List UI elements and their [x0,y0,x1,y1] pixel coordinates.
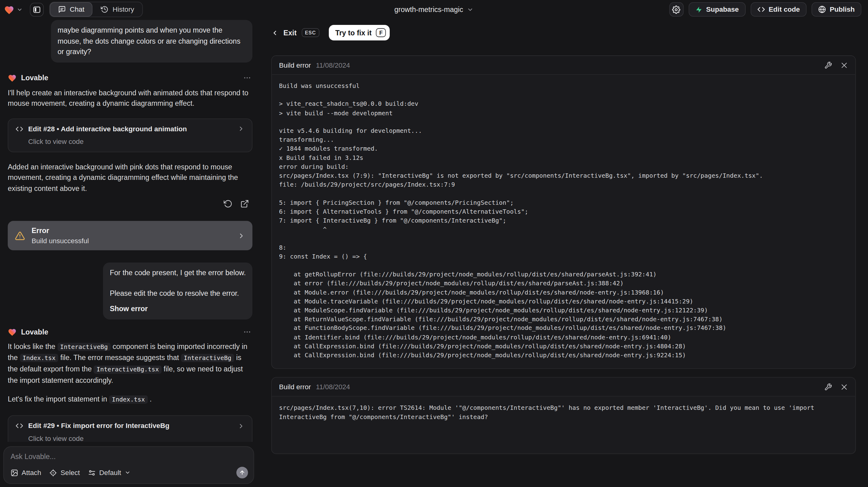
ellipsis-icon [243,73,251,82]
repair-button[interactable] [824,61,832,69]
sidebar-toggle-button[interactable] [30,2,44,16]
zap-icon [695,6,702,13]
chevron-down-icon [17,6,23,12]
chevron-down-icon [467,6,474,13]
ellipsis-icon [243,328,251,336]
edit-card[interactable]: Edit #28 • Add interactive background an… [8,118,252,152]
chat-panel: maybe diagramming points and when you mo… [0,19,257,487]
supabase-button[interactable]: Supabase [688,2,746,17]
build-error-header: Build error 11/08/2024 [272,56,855,75]
error-card-subtitle: Build unsuccessful [32,237,231,245]
tab-history-label: History [113,5,134,13]
assistant-name: Lovable [21,73,48,82]
esc-key-badge: ESC [302,28,319,37]
assistant-text: Added an interactive background with pin… [8,161,252,194]
settings-button[interactable] [669,2,684,17]
user-message: For the code present, I get the error be… [103,263,253,319]
supabase-label: Supabase [706,5,739,13]
restore-button[interactable] [224,199,233,208]
edit-card[interactable]: Edit #29 • Fix import error for Interact… [8,415,252,442]
external-link-icon [240,199,249,208]
open-preview-button[interactable] [240,199,249,208]
send-button[interactable] [236,467,248,478]
publish-label: Publish [830,5,855,13]
tab-history[interactable]: History [93,2,143,17]
gear-icon [672,5,680,13]
chat-messages: maybe diagramming points and when you mo… [0,19,257,442]
assistant-header: Lovable [8,328,252,336]
wrench-icon [824,383,832,391]
wrench-icon [824,61,832,69]
project-name: growth-metrics-magic [394,5,463,13]
heart-icon [8,328,17,336]
attach-label: Attach [22,469,41,477]
user-message: maybe diagramming points and when you mo… [51,20,253,62]
build-error-title: Build error [279,61,311,69]
app: Chat History growth-metrics-magic [0,0,868,487]
logo-menu-button[interactable] [4,5,23,14]
rotate-ccw-icon [224,199,233,208]
edit-card-subtitle: Click to view code [28,435,245,442]
panel-left-icon [33,5,41,13]
mode-label: Default [99,469,121,477]
fix-toolbar: Exit ESC Try to fix it F [271,25,856,40]
build-log: src/pages/Index.tsx(7,10): error TS2614:… [279,404,848,422]
close-button[interactable] [840,61,848,69]
chat-composer: Attach Select Default [3,447,254,484]
assistant-text: Let's fix the import statement in Index.… [8,394,252,405]
edit-card-title: Edit #28 • Add interactive background an… [28,125,187,132]
tab-chat-label: Chat [70,5,85,13]
warning-triangle-icon [15,231,25,240]
assistant-text: It looks like the InteractiveBg componen… [8,341,252,386]
error-card-title: Error [32,226,231,235]
select-label: Select [61,469,80,477]
code-icon [757,5,765,13]
build-error-card[interactable]: Error Build unsuccessful [8,221,252,250]
f-key-badge: F [376,28,386,37]
image-icon [10,469,18,477]
message-actions [8,199,249,208]
topbar-actions: Supabase Edit code Publish [669,2,862,17]
crosshair-icon [50,469,57,477]
edit-card-title: Edit #29 • Fix import error for Interact… [28,422,170,429]
edit-code-button[interactable]: Edit code [750,2,806,17]
project-switcher[interactable]: growth-metrics-magic [391,5,477,14]
assistant-header: Lovable [8,73,252,82]
chevron-left-icon [271,29,278,36]
chevron-right-icon [238,422,245,429]
assistant-name: Lovable [21,328,48,336]
select-element-button[interactable]: Select [50,469,80,477]
chevron-right-icon [238,125,245,132]
view-tabs: Chat History [49,2,143,17]
mode-selector[interactable]: Default [88,469,131,477]
message-menu-button[interactable] [242,328,252,336]
user-message-text: maybe diagramming points and when you mo… [58,25,246,57]
attach-button[interactable]: Attach [10,469,41,477]
code-icon [16,422,23,429]
publish-button[interactable]: Publish [811,2,861,17]
build-error-date: 11/08/2024 [316,383,350,391]
edit-card-subtitle: Click to view code [28,138,245,145]
sliders-icon [88,469,96,477]
build-error-header: Build error 11/08/2024 [272,378,855,397]
close-button[interactable] [840,383,848,391]
chat-input[interactable] [10,452,248,467]
build-error-panel: Build error 11/08/2024 [271,55,856,369]
build-error-panel: Build error 11/08/2024 [271,377,856,454]
tab-chat[interactable]: Chat [50,2,93,17]
user-message-text: For the code present, I get the error be… [110,268,246,278]
heart-icon [8,73,17,82]
arrow-up-icon [239,469,245,476]
chevron-down-icon [124,469,131,476]
build-error-date: 11/08/2024 [316,61,350,69]
repair-button[interactable] [824,383,832,391]
message-menu-button[interactable] [242,73,252,82]
build-error-title: Build error [279,383,311,391]
x-icon [840,383,848,391]
try-to-fix-button[interactable]: Try to fix it F [329,25,390,40]
assistant-text: I'll help create an interactive backgrou… [8,87,252,109]
exit-button[interactable]: Exit ESC [271,28,319,37]
chat-bubble-icon [58,5,66,13]
try-to-fix-label: Try to fix it [335,29,372,37]
show-error-link[interactable]: Show error [110,303,246,314]
